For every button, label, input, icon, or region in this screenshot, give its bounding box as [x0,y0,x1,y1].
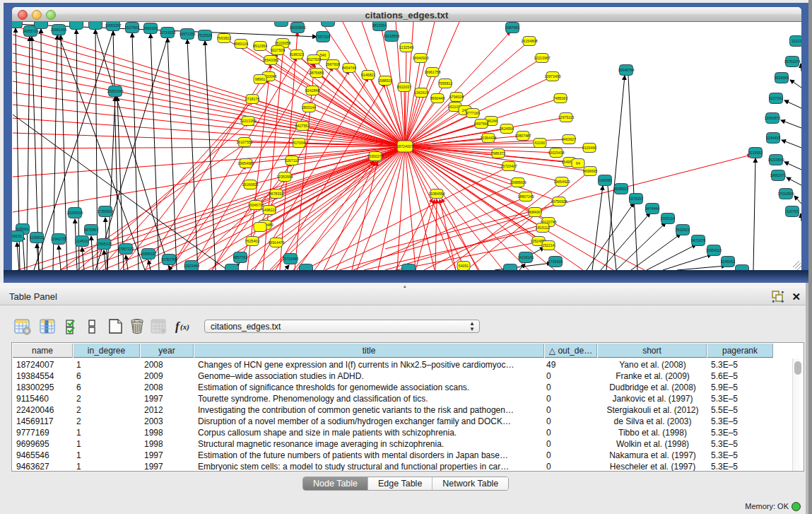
svg-text:(x): (x) [180,322,189,332]
